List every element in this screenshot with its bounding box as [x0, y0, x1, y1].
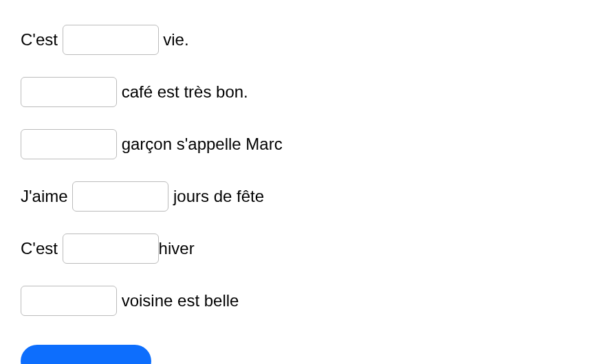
question-text-before: C'est — [21, 30, 63, 49]
question-text-after: vie. — [159, 30, 189, 49]
question-text-before: C'est — [21, 239, 63, 258]
question-row: C'est vie. — [21, 25, 591, 55]
question-row: voisine est belle — [21, 286, 591, 316]
exercise-page: C'est vie. café est très bon. garçon s'a… — [0, 25, 612, 364]
question-text-after: hiver — [159, 239, 195, 258]
question-text-after: café est très bon. — [117, 82, 248, 102]
question-text-after: jours de fête — [168, 187, 264, 206]
answer-input[interactable] — [21, 286, 117, 316]
question-text-after: voisine est belle — [117, 291, 239, 310]
question-row: café est très bon. — [21, 77, 591, 107]
answer-input[interactable] — [72, 181, 168, 212]
question-row: J'aime jours de fête — [21, 181, 591, 212]
submit-button[interactable] — [21, 345, 151, 364]
question-text-after: garçon s'appelle Marc — [117, 135, 283, 154]
answer-input[interactable] — [63, 234, 159, 264]
question-row: C'est hiver — [21, 234, 591, 264]
answer-input[interactable] — [63, 25, 159, 55]
answer-input[interactable] — [21, 129, 117, 159]
question-row: garçon s'appelle Marc — [21, 129, 591, 159]
question-text-before: J'aime — [21, 187, 72, 206]
answer-input[interactable] — [21, 77, 117, 107]
